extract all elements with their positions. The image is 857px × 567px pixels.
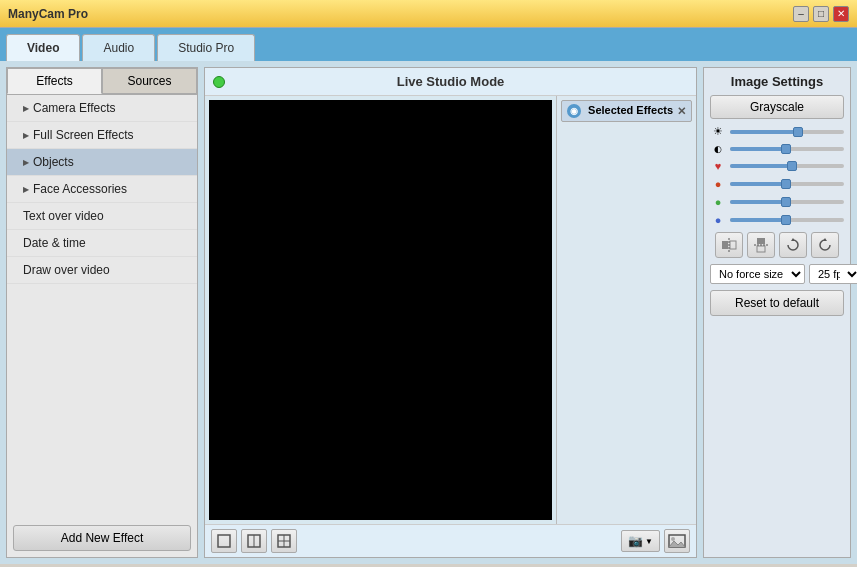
camera-dropdown-arrow: ▼ (645, 537, 653, 546)
green-slider-row: ● (710, 196, 844, 208)
selected-effects-label: Selected Effects (588, 104, 673, 116)
grayscale-button[interactable]: Grayscale (710, 95, 844, 119)
sidebar-item-text-over-video[interactable]: Text over video (7, 203, 197, 230)
video-preview (209, 100, 552, 520)
blue-icon: ● (710, 214, 726, 226)
sidebar-item-objects[interactable]: ▶ Objects (7, 149, 197, 176)
flip-horizontal-button[interactable] (715, 232, 743, 258)
tab-sources[interactable]: Sources (102, 68, 197, 94)
sidebar-item-camera-effects[interactable]: ▶ Camera Effects (7, 95, 197, 122)
green-track (730, 200, 844, 204)
blue-fill (730, 218, 787, 222)
tab-video[interactable]: Video (6, 34, 80, 61)
titlebar: ManyCam Pro – □ ✕ (0, 0, 857, 28)
red-fill (730, 182, 787, 186)
saturation-fill (730, 164, 793, 168)
camera-icon: 📷 (628, 534, 643, 548)
sidebar-item-date-time[interactable]: Date & time (7, 230, 197, 257)
left-panel: Effects Sources ▶ Camera Effects ▶ Full … (6, 67, 198, 558)
window-controls: – □ ✕ (793, 6, 849, 22)
content-area: Effects Sources ▶ Camera Effects ▶ Full … (0, 61, 857, 564)
brightness-track (730, 130, 844, 134)
selected-effects-header: ◉ Selected Effects ✕ (561, 100, 692, 122)
saturation-track (730, 164, 844, 168)
rotate-right-button[interactable] (779, 232, 807, 258)
live-indicator (213, 76, 225, 88)
brightness-slider-row: ☀ (710, 125, 844, 138)
green-fill (730, 200, 787, 204)
svg-rect-8 (722, 241, 728, 249)
green-thumb[interactable] (781, 197, 791, 207)
bottom-toolbar: 📷 ▼ (205, 524, 696, 557)
action-buttons (710, 232, 844, 258)
red-slider-row: ● (710, 178, 844, 190)
svg-rect-12 (757, 246, 765, 252)
force-size-dropdown[interactable]: No force size 320x240 640x480 1280x720 (710, 264, 805, 284)
contrast-fill (730, 147, 787, 151)
saturation-slider-row: ♥ (710, 160, 844, 172)
green-icon: ● (710, 196, 726, 208)
brightness-icon: ☀ (710, 125, 726, 138)
flip-vertical-button[interactable] (747, 232, 775, 258)
main-tabs: Video Audio Studio Pro (0, 28, 857, 61)
chevron-right-icon: ▶ (23, 158, 29, 167)
sub-tabs: Effects Sources (7, 68, 197, 95)
tab-studio-pro[interactable]: Studio Pro (157, 34, 255, 61)
live-studio-header: Live Studio Mode (205, 68, 696, 96)
single-view-button[interactable] (211, 529, 237, 553)
sidebar-item-face-accessories[interactable]: ▶ Face Accessories (7, 176, 197, 203)
svg-rect-9 (730, 241, 736, 249)
saturation-icon: ♥ (710, 160, 726, 172)
svg-rect-0 (218, 535, 230, 547)
contrast-thumb[interactable] (781, 144, 791, 154)
tab-effects[interactable]: Effects (7, 68, 102, 94)
camera-button[interactable]: 📷 ▼ (621, 530, 660, 552)
image-settings-title: Image Settings (710, 74, 844, 89)
maximize-button[interactable]: □ (813, 6, 829, 22)
image-button[interactable] (664, 529, 690, 553)
svg-rect-11 (757, 238, 765, 244)
blue-thumb[interactable] (781, 215, 791, 225)
live-studio-title: Live Studio Mode (397, 74, 505, 89)
grid-view-button[interactable] (271, 529, 297, 553)
selected-effects-panel: ◉ Selected Effects ✕ (556, 96, 696, 524)
reset-to-default-button[interactable]: Reset to default (710, 290, 844, 316)
sidebar-item-draw-over-video[interactable]: Draw over video (7, 257, 197, 284)
fps-dropdown[interactable]: 10 fps 15 fps 25 fps 30 fps (809, 264, 857, 284)
center-main: ◉ Selected Effects ✕ (205, 96, 696, 524)
red-icon: ● (710, 178, 726, 190)
sidebar-items: ▶ Camera Effects ▶ Full Screen Effects ▶… (7, 95, 197, 519)
tab-audio[interactable]: Audio (82, 34, 155, 61)
red-thumb[interactable] (781, 179, 791, 189)
blue-track (730, 218, 844, 222)
rotate-left-button[interactable] (811, 232, 839, 258)
red-track (730, 182, 844, 186)
chevron-right-icon: ▶ (23, 131, 29, 140)
saturation-thumb[interactable] (787, 161, 797, 171)
center-panel: Live Studio Mode ◉ Selected Effects ✕ (204, 67, 697, 558)
split-view-button[interactable] (241, 529, 267, 553)
brightness-thumb[interactable] (793, 127, 803, 137)
app-title: ManyCam Pro (8, 7, 88, 21)
blue-slider-row: ● (710, 214, 844, 226)
right-panel: Image Settings Grayscale ☀ ◐ ♥ (703, 67, 851, 558)
contrast-track (730, 147, 844, 151)
chevron-right-icon: ▶ (23, 104, 29, 113)
close-button[interactable]: ✕ (833, 6, 849, 22)
sidebar-item-fullscreen-effects[interactable]: ▶ Full Screen Effects (7, 122, 197, 149)
chevron-right-icon: ▶ (23, 185, 29, 194)
selected-effects-icon: ◉ (567, 104, 581, 118)
close-selected-effects-button[interactable]: ✕ (677, 105, 686, 118)
contrast-slider-row: ◐ (710, 144, 844, 154)
contrast-icon: ◐ (710, 144, 726, 154)
dropdown-row: No force size 320x240 640x480 1280x720 1… (710, 264, 844, 284)
add-new-effect-button[interactable]: Add New Effect (13, 525, 191, 551)
minimize-button[interactable]: – (793, 6, 809, 22)
brightness-fill (730, 130, 798, 134)
svg-point-7 (671, 537, 675, 541)
